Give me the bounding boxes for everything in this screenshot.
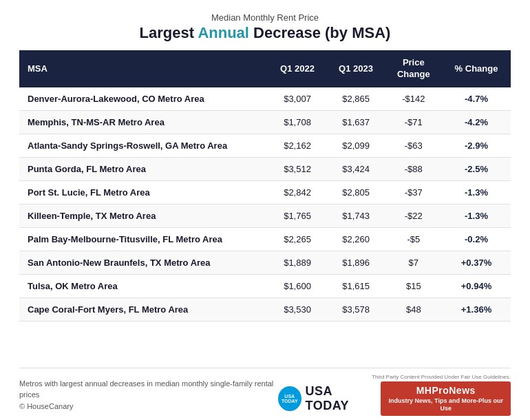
footer-left: Metros with largest annual decreases in … [19,378,278,412]
cell-price-change: $7 [385,251,442,274]
cell-pct-change: -2.9% [442,134,511,157]
cell-q1-2023: $3,424 [327,157,385,180]
chart-title: Largest Annual Decrease (by MSA) [19,24,511,42]
mhpronews-tagline: Industry News, Tips and More-Plus our Us… [386,397,505,413]
footer-line1: Metros with largest annual decreases in … [19,378,278,401]
title-highlight: Annual [198,24,249,41]
col-header-msa: MSA [19,50,268,87]
cell-price-change: -$142 [385,87,442,111]
table-header-row: MSA Q1 2022 Q1 2023 PriceChange % Change [19,50,511,87]
chart-subtitle: Median Monthly Rent Price [19,12,511,23]
cell-q1-2022: $1,600 [268,274,327,297]
cell-msa: Atlanta-Sandy Springs-Roswell, GA Metro … [19,134,268,157]
cell-q1-2022: $3,512 [268,157,327,180]
usa-today-circle-icon: USATODAY [278,386,301,411]
usa-today-text: USA TODAY [306,384,374,413]
cell-price-change: -$88 [385,157,442,180]
cell-q1-2022: $3,530 [268,297,327,321]
table-row: Cape Coral-Fort Myers, FL Metro Area$3,5… [19,297,511,321]
cell-price-change: -$5 [385,227,442,251]
cell-pct-change: -1.3% [442,204,511,227]
cell-q1-2022: $1,889 [268,251,327,274]
mhpronews-main-text: MHProNews [416,384,476,397]
cell-price-change: -$63 [385,134,442,157]
cell-msa: Cape Coral-Fort Myers, FL Metro Area [19,297,268,321]
cell-q1-2023: $1,896 [327,251,385,274]
cell-msa: Memphis, TN-MS-AR Metro Area [19,110,268,134]
footer-right: Third Party Content Provided Under Fair … [278,374,511,416]
cell-price-change: $15 [385,274,442,297]
cell-q1-2023: $2,865 [327,87,385,111]
cell-msa: Punta Gorda, FL Metro Area [19,157,268,180]
cell-q1-2023: $3,578 [327,297,385,321]
logo-group: Third Party Content Provided Under Fair … [278,374,511,416]
cell-pct-change: -0.2% [442,227,511,251]
cell-pct-change: -1.3% [442,180,511,204]
table-row: Port St. Lucie, FL Metro Area$2,842$2,80… [19,180,511,204]
cell-q1-2022: $2,265 [268,227,327,251]
col-header-pct-change: % Change [442,50,511,87]
usa-today-logo: USATODAY USA TODAY [278,384,374,413]
cell-msa: San Antonio-New Braunfels, TX Metro Area [19,251,268,274]
data-table: MSA Q1 2022 Q1 2023 PriceChange % Change… [19,50,511,322]
table-row: Punta Gorda, FL Metro Area$3,512$3,424-$… [19,157,511,180]
cell-price-change: -$71 [385,110,442,134]
cell-q1-2022: $3,007 [268,87,327,111]
title-part2: Decrease (by MSA) [249,24,390,41]
cell-pct-change: +1.36% [442,297,511,321]
col-header-price-change: PriceChange [385,50,442,87]
cell-q1-2023: $2,805 [327,180,385,204]
cell-pct-change: +0.37% [442,251,511,274]
cell-msa: Port St. Lucie, FL Metro Area [19,180,268,204]
mhpronews-logo: MHProNews Industry News, Tips and More-P… [381,381,511,416]
footer-line2: © HouseCanary [19,401,278,412]
table-row: Atlanta-Sandy Springs-Roswell, GA Metro … [19,134,511,157]
cell-pct-change: -2.5% [442,157,511,180]
table-row: San Antonio-New Braunfels, TX Metro Area… [19,251,511,274]
third-party-notice: Third Party Content Provided Under Fair … [372,374,511,380]
main-container: Median Monthly Rent Price Largest Annual… [0,0,530,420]
cell-pct-change: -4.7% [442,87,511,111]
table-row: Palm Bay-Melbourne-Titusville, FL Metro … [19,227,511,251]
cell-pct-change: -4.2% [442,110,511,134]
cell-q1-2023: $1,615 [327,274,385,297]
footer: Metros with largest annual decreases in … [19,368,511,420]
col-header-q1-2022: Q1 2022 [268,50,327,87]
cell-price-change: -$37 [385,180,442,204]
cell-price-change: $48 [385,297,442,321]
cell-pct-change: +0.94% [442,274,511,297]
cell-msa: Tulsa, OK Metro Area [19,274,268,297]
cell-q1-2022: $2,162 [268,134,327,157]
cell-q1-2023: $1,743 [327,204,385,227]
cell-q1-2022: $1,765 [268,204,327,227]
cell-q1-2023: $2,260 [327,227,385,251]
cell-msa: Palm Bay-Melbourne-Titusville, FL Metro … [19,227,268,251]
cell-price-change: -$22 [385,204,442,227]
logos-row: USATODAY USA TODAY MHProNews Industry Ne… [278,381,511,416]
cell-q1-2023: $2,099 [327,134,385,157]
cell-q1-2022: $2,842 [268,180,327,204]
cell-msa: Killeen-Temple, TX Metro Area [19,204,268,227]
cell-q1-2022: $1,708 [268,110,327,134]
table-row: Denver-Aurora-Lakewood, CO Metro Area$3,… [19,87,511,111]
col-header-q1-2023: Q1 2023 [327,50,385,87]
cell-q1-2023: $1,637 [327,110,385,134]
cell-msa: Denver-Aurora-Lakewood, CO Metro Area [19,87,268,111]
table-row: Memphis, TN-MS-AR Metro Area$1,708$1,637… [19,110,511,134]
table-row: Killeen-Temple, TX Metro Area$1,765$1,74… [19,204,511,227]
table-row: Tulsa, OK Metro Area$1,600$1,615$15+0.94… [19,274,511,297]
title-part1: Largest [140,24,198,41]
